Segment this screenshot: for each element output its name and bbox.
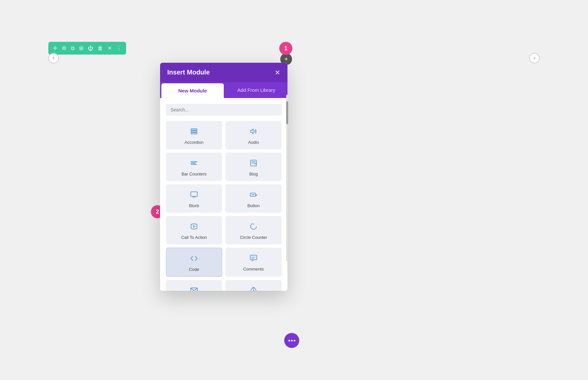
comments-label: Comments [243,267,264,272]
module-item-code[interactable]: Code [166,248,222,277]
grid-icon[interactable]: ⊞ [79,45,83,51]
svg-marker-13 [193,225,195,227]
audio-label: Audio [248,140,259,145]
plus-icon: + [533,55,536,62]
module-item-accordion[interactable]: Accordion [166,121,222,149]
module-grid: Accordion Audio [166,121,282,291]
accordion-icon [190,127,198,137]
button-label: Button [247,203,260,208]
contact-form-icon [190,287,198,291]
svg-rect-16 [250,255,257,260]
bar-counters-icon [190,159,198,168]
add-column-right-button[interactable]: + [529,53,540,63]
module-item-blurb[interactable]: Blurb [166,184,222,213]
module-item-bar-counters[interactable]: Bar Counters [166,153,222,181]
code-label: Code [189,267,199,272]
module-item-button[interactable]: Button [225,184,282,213]
insert-module-modal: Insert Module ✕ New Module Add From Libr… [160,63,287,291]
tab-new-module[interactable]: New Module [161,83,224,98]
bottom-dots-button[interactable] [284,333,299,348]
audio-icon [250,127,257,137]
circle-counter-icon [250,223,257,232]
modal-tabs: New Module Add From Library [160,82,287,98]
blog-icon [250,159,257,168]
svg-rect-19 [191,288,197,291]
add-column-left-button[interactable]: + [48,53,59,63]
svg-rect-1 [191,131,197,132]
circle-counter-label: Circle Counter [240,235,267,240]
svg-marker-3 [251,129,253,134]
close-icon[interactable]: ✕ [107,45,112,51]
modal-title: Insert Module [167,69,210,76]
clone-icon[interactable]: ⧉ [71,45,74,51]
module-item-comments[interactable]: Comments [225,248,282,277]
more-icon[interactable]: ⋮ [116,45,122,51]
power-icon[interactable]: ⏻ [88,45,93,51]
module-item-countdown-timer[interactable]: Countdown Timer [225,280,282,291]
blog-label: Blog [249,172,258,176]
search-input[interactable] [166,104,282,116]
bar-counters-label: Bar Counters [182,172,207,176]
plus-icon: + [284,56,288,63]
blurb-icon [190,191,198,200]
step-badge-1: 1 [279,42,292,55]
call-to-action-label: Call To Action [181,235,207,240]
svg-rect-0 [191,129,197,130]
module-item-audio[interactable]: Audio [225,121,282,149]
module-item-circle-counter[interactable]: Circle Counter [225,216,282,244]
dot-1 [288,340,290,341]
dot-3 [294,340,295,341]
settings-icon[interactable]: ⚙ [62,45,66,51]
delete-icon[interactable]: 🗑 [98,45,103,51]
blurb-label: Blurb [189,203,199,208]
accordion-label: Accordion [185,140,204,145]
plus-icon: + [52,55,56,62]
button-icon [250,191,257,200]
countdown-timer-icon [250,287,257,291]
svg-rect-10 [191,192,197,196]
modal-close-button[interactable]: ✕ [275,69,280,76]
modal-header: Insert Module ✕ [160,63,287,82]
toolbar: ✛ ⚙ ⧉ ⊞ ⏻ 🗑 ✕ ⋮ [48,42,126,55]
call-to-action-icon [190,223,198,232]
module-item-contact-form[interactable]: Contact Form [166,280,222,291]
module-item-blog[interactable]: Blog [225,153,282,181]
svg-rect-2 [191,133,197,134]
tab-add-from-library[interactable]: Add From Library [225,82,287,98]
modal-body: Accordion Audio [160,98,287,291]
module-item-call-to-action[interactable]: Call To Action [166,216,222,244]
code-icon [190,255,198,264]
move-icon[interactable]: ✛ [53,45,57,51]
dot-2 [291,340,293,341]
comments-icon [250,254,257,263]
